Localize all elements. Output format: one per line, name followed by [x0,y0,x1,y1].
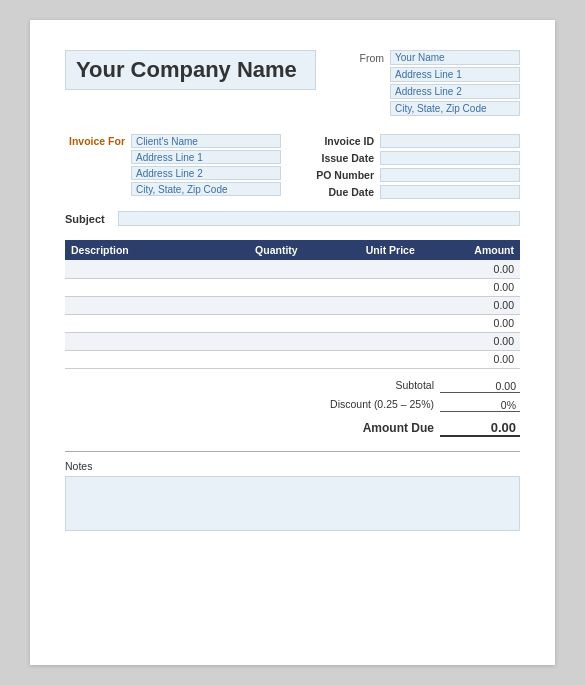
client-address1-field[interactable]: Address Line 1 [131,150,281,164]
invoice-for-block: Invoice For Client's Name Address Line 1… [65,134,281,199]
quantity-cell[interactable] [199,296,304,314]
totals-block: Subtotal 0.00 Discount (0.25 – 25%) 0% A… [65,377,520,437]
unit-price-cell[interactable] [304,314,421,332]
client-address2-field[interactable]: Address Line 2 [131,166,281,180]
amount-cell: 0.00 [421,296,520,314]
table-row[interactable]: 0.00 [65,260,520,278]
due-date-label: Due Date [302,186,374,198]
invoice-page: Your Company Name From Your Name Address… [30,20,555,665]
unit-price-cell[interactable] [304,296,421,314]
amount-cell: 0.00 [421,314,520,332]
from-block: From Your Name Address Line 1 Address Li… [354,50,520,116]
discount-row: Discount (0.25 – 25%) 0% [304,396,520,412]
invoice-table: Description Quantity Unit Price Amount 0… [65,240,520,369]
po-number-label: PO Number [302,169,374,181]
invoice-id-label: Invoice ID [302,135,374,147]
invoice-for-city-row: City, State, Zip Code [131,182,281,196]
subtotal-value: 0.00 [440,377,520,393]
description-cell[interactable] [65,260,199,278]
amount-header: Amount [421,240,520,260]
table-row[interactable]: 0.00 [65,296,520,314]
subject-label: Subject [65,213,110,225]
discount-label: Discount (0.25 – 25%) [304,398,434,410]
from-address2-row: Address Line 2 [354,84,520,99]
po-number-row: PO Number [302,168,520,182]
description-header: Description [65,240,199,260]
amount-cell: 0.00 [421,260,520,278]
unit-price-cell[interactable] [304,350,421,368]
table-header-row: Description Quantity Unit Price Amount [65,240,520,260]
quantity-cell[interactable] [199,278,304,296]
notes-label: Notes [65,460,520,472]
unit-price-cell[interactable] [304,260,421,278]
description-cell[interactable] [65,296,199,314]
notes-divider [65,451,520,452]
from-address2-field[interactable]: Address Line 2 [390,84,520,99]
table-row[interactable]: 0.00 [65,332,520,350]
from-city-field[interactable]: City, State, Zip Code [390,101,520,116]
quantity-cell[interactable] [199,260,304,278]
from-city-row: City, State, Zip Code [354,101,520,116]
info-row: Invoice For Client's Name Address Line 1… [65,134,520,199]
quantity-cell[interactable] [199,350,304,368]
amount-due-label: Amount Due [304,421,434,435]
from-address1-row: Address Line 1 [354,67,520,82]
unit-price-cell[interactable] [304,332,421,350]
discount-value[interactable]: 0% [440,396,520,412]
amount-due-row: Amount Due 0.00 [304,419,520,437]
subject-row: Subject [65,211,520,226]
issue-date-field[interactable] [380,151,520,165]
table-row[interactable]: 0.00 [65,350,520,368]
company-name[interactable]: Your Company Name [65,50,316,90]
invoice-for-name-row: Invoice For Client's Name [65,134,281,148]
amount-cell: 0.00 [421,332,520,350]
quantity-cell[interactable] [199,314,304,332]
description-cell[interactable] [65,332,199,350]
subtotal-row: Subtotal 0.00 [304,377,520,393]
client-city-field[interactable]: City, State, Zip Code [131,182,281,196]
from-address1-field[interactable]: Address Line 1 [390,67,520,82]
invoice-for-addr2-row: Address Line 2 [131,166,281,180]
due-date-row: Due Date [302,185,520,199]
issue-date-label: Issue Date [302,152,374,164]
quantity-cell[interactable] [199,332,304,350]
unit-price-cell[interactable] [304,278,421,296]
subtotal-label: Subtotal [304,379,434,391]
description-cell[interactable] [65,314,199,332]
description-cell[interactable] [65,350,199,368]
table-row[interactable]: 0.00 [65,278,520,296]
due-date-field[interactable] [380,185,520,199]
invoice-for-addr1-row: Address Line 1 [131,150,281,164]
invoice-id-field[interactable] [380,134,520,148]
invoice-for-label: Invoice For [65,135,125,147]
ids-block: Invoice ID Issue Date PO Number Due Date [302,134,520,199]
issue-date-row: Issue Date [302,151,520,165]
client-name-field[interactable]: Client's Name [131,134,281,148]
subject-field[interactable] [118,211,520,226]
table-row[interactable]: 0.00 [65,314,520,332]
amount-cell: 0.00 [421,278,520,296]
notes-field[interactable] [65,476,520,531]
from-label: From [354,52,384,64]
from-name-row: From Your Name [354,50,520,65]
amount-due-value: 0.00 [440,419,520,437]
from-name-field[interactable]: Your Name [390,50,520,65]
description-cell[interactable] [65,278,199,296]
po-number-field[interactable] [380,168,520,182]
quantity-header: Quantity [199,240,304,260]
invoice-header: Your Company Name From Your Name Address… [65,50,520,116]
unit-price-header: Unit Price [304,240,421,260]
invoice-id-row: Invoice ID [302,134,520,148]
amount-cell: 0.00 [421,350,520,368]
